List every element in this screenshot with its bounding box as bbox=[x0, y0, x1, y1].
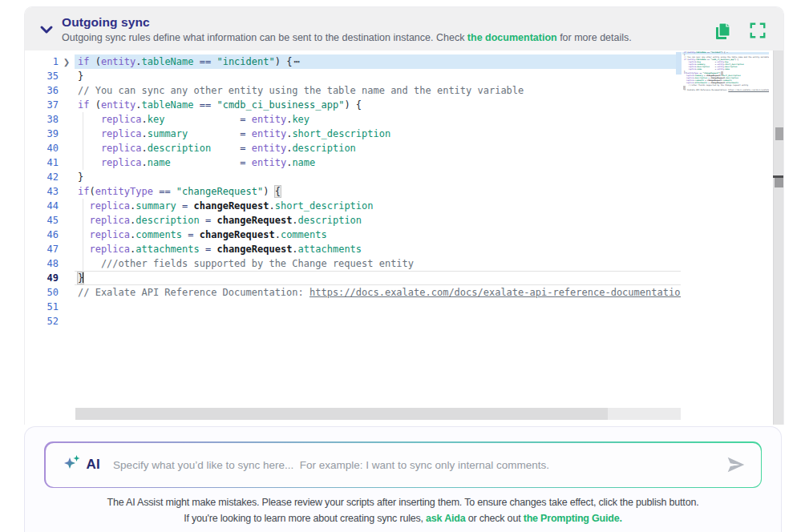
gutter-row: 41 bbox=[25, 155, 75, 170]
code-line-41[interactable]: replica.name = entity.name bbox=[75, 155, 681, 170]
code-token: . bbox=[141, 157, 147, 168]
help-text-prefix: If you're looking to learn more about cr… bbox=[184, 513, 426, 524]
code-token: comments bbox=[281, 229, 327, 240]
code-link[interactable]: https://docs.exalate.com/docs/exalate-ap… bbox=[309, 287, 681, 298]
code-token: entityType bbox=[95, 186, 153, 197]
code-token: == bbox=[194, 56, 217, 67]
code-line-47[interactable]: replica.attachments = changeRequest.atta… bbox=[75, 242, 681, 256]
code-line-42[interactable]: } bbox=[75, 170, 681, 184]
editor-gutter: 1❯353637383940414243444546474849505152 bbox=[25, 50, 75, 425]
code-token: = bbox=[200, 215, 217, 226]
code-token: . bbox=[269, 200, 274, 212]
page-title: Outgoing sync bbox=[62, 15, 713, 30]
ai-assist-panel: AI The AI Assist might make mistakes. Pl… bbox=[24, 426, 782, 532]
code-line-35[interactable]: } bbox=[75, 69, 681, 83]
header-text: Outgoing sync Outgoing sync rules define… bbox=[62, 15, 713, 43]
code-line-50[interactable]: // Exalate API Reference Documentation: … bbox=[75, 285, 681, 300]
code-token: replica bbox=[78, 229, 130, 240]
fold-arrow-icon[interactable]: ❯ bbox=[59, 58, 75, 66]
code-link[interactable]: https://docs.exalate.com/docs/exalate-ap… bbox=[728, 89, 769, 91]
code-token: summary bbox=[136, 200, 176, 212]
horizontal-scrollbar[interactable] bbox=[75, 408, 681, 420]
code-line-38[interactable]: replica.key = entity.key bbox=[75, 112, 681, 127]
minimap-content: if (entity.tableName == "incident") {⋯}/… bbox=[682, 50, 769, 97]
folded-code-ellipsis[interactable]: ⋯ bbox=[293, 56, 299, 67]
code-line-1[interactable]: if (entity.tableName == "incident") {⋯ bbox=[75, 54, 681, 69]
code-token: entity bbox=[689, 51, 695, 54]
code-token: changeRequest bbox=[216, 244, 292, 255]
code-line-44[interactable]: replica.summary = changeRequest.short_de… bbox=[75, 199, 681, 213]
editor-minimap[interactable]: if (entity.tableName == "incident") {⋯}/… bbox=[682, 50, 769, 425]
code-token: "changeRequest" bbox=[176, 186, 263, 197]
collapse-section-button[interactable] bbox=[36, 20, 57, 41]
folded-code-ellipsis[interactable]: ⋯ bbox=[726, 51, 727, 54]
gutter-row: 49 bbox=[25, 271, 75, 285]
code-line-49[interactable]: } bbox=[75, 271, 681, 285]
code-token: entity bbox=[718, 68, 724, 71]
code-line-52[interactable] bbox=[75, 314, 681, 328]
code-line-40[interactable]: replica.description = entity.description bbox=[75, 141, 681, 155]
code-line-36[interactable]: // You can sync any other entity using t… bbox=[75, 83, 681, 98]
code-token: entity bbox=[252, 128, 286, 139]
code-token: name bbox=[292, 157, 315, 168]
copy-icon bbox=[713, 31, 732, 43]
documentation-link[interactable]: the documentation bbox=[467, 32, 557, 43]
gutter-row: 40 bbox=[25, 141, 75, 155]
editor-code[interactable]: if (entity.tableName == "incident") {⋯}/… bbox=[75, 50, 681, 425]
ai-prompt-input[interactable] bbox=[113, 459, 725, 471]
code-token: = bbox=[188, 128, 251, 139]
fullscreen-button[interactable] bbox=[748, 22, 767, 41]
code-token: = bbox=[164, 114, 251, 125]
code-token: attachments bbox=[298, 244, 362, 255]
code-token: replica bbox=[78, 200, 130, 212]
code-token: . bbox=[141, 128, 147, 139]
line-number: 48 bbox=[25, 256, 59, 271]
scrollbar-decoration bbox=[775, 127, 784, 140]
line-number: 39 bbox=[25, 127, 59, 141]
code-token: replica bbox=[78, 244, 130, 255]
code-token: comments bbox=[136, 229, 182, 240]
scrollbar-thumb[interactable] bbox=[775, 175, 784, 187]
line-number: 1 bbox=[25, 54, 59, 69]
code-token: replica bbox=[684, 68, 696, 71]
code-line-48[interactable]: ///other fields supported by the Change … bbox=[75, 256, 681, 271]
code-line-43[interactable]: if(entityType == "changeRequest") { bbox=[75, 184, 681, 199]
header-actions bbox=[713, 22, 767, 41]
code-line-45[interactable]: replica.description = changeRequest.desc… bbox=[75, 213, 681, 228]
code-line-46[interactable]: replica.comments = changeRequest.comment… bbox=[75, 228, 681, 242]
send-button[interactable] bbox=[726, 454, 746, 475]
gutter-row: 45 bbox=[25, 213, 75, 228]
code-line-39[interactable]: replica.summary = entity.short_descripti… bbox=[75, 127, 681, 141]
code-line-52[interactable] bbox=[682, 95, 769, 97]
fullscreen-icon bbox=[749, 30, 767, 42]
code-token: replica bbox=[78, 114, 141, 125]
code-editor[interactable]: 1❯353637383940414243444546474849505152 i… bbox=[25, 50, 783, 425]
gutter-row: 38 bbox=[25, 112, 75, 127]
copy-script-button[interactable] bbox=[713, 22, 732, 41]
code-line-51[interactable] bbox=[75, 300, 681, 314]
code-token: = bbox=[182, 229, 200, 240]
gutter-row: 42 bbox=[25, 170, 75, 184]
ai-input-border: AI bbox=[44, 441, 762, 488]
gutter-row: 44 bbox=[25, 199, 75, 213]
gutter-row: 46 bbox=[25, 228, 75, 242]
description-suffix: for more details. bbox=[557, 32, 632, 43]
code-token: = bbox=[171, 157, 252, 168]
code-token: "cmdb_ci_business_app" bbox=[216, 99, 344, 111]
section-description: Outgoing sync rules define what informat… bbox=[62, 32, 713, 43]
code-token: summary bbox=[148, 128, 188, 139]
code-token: ) { bbox=[344, 99, 362, 111]
line-number: 38 bbox=[25, 112, 59, 127]
send-icon bbox=[726, 466, 746, 478]
line-number: 50 bbox=[25, 285, 59, 300]
code-line-37[interactable]: if (entity.tableName == "cmdb_ci_busines… bbox=[75, 98, 681, 112]
code-token: tableName bbox=[142, 56, 194, 67]
ask-aida-link[interactable]: ask Aida bbox=[426, 513, 465, 524]
horizontal-scrollbar-thumb[interactable] bbox=[75, 408, 608, 420]
gutter-row: 43 bbox=[25, 184, 75, 199]
line-number: 49 bbox=[25, 271, 59, 285]
vertical-scrollbar[interactable] bbox=[773, 50, 784, 425]
code-token: replica bbox=[78, 128, 141, 139]
prompting-guide-link[interactable]: the Prompting Guide. bbox=[524, 513, 622, 524]
gutter-row: 35 bbox=[25, 69, 75, 83]
